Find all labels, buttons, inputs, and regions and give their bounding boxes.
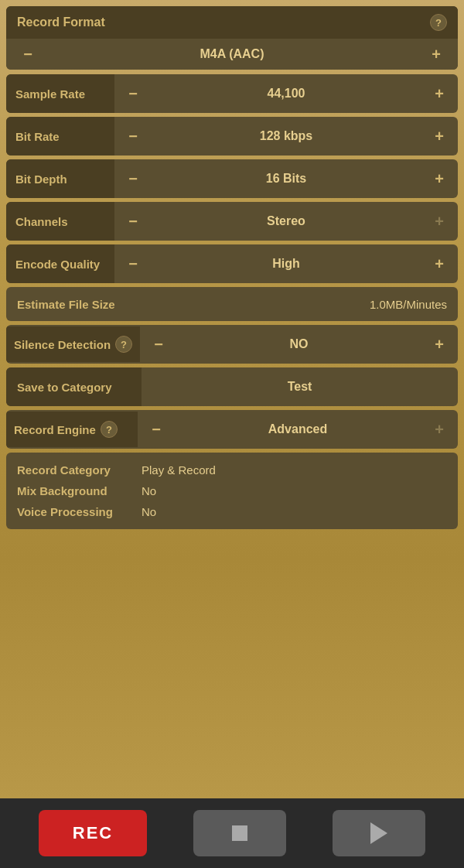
voice-processing-info-row: Voice Processing No xyxy=(17,505,447,518)
info-box: Record Category Play & Record Mix Backgr… xyxy=(6,453,458,529)
bit-depth-controls: − 16 Bits + xyxy=(114,165,458,193)
channels-label: Channels xyxy=(6,202,114,241)
bit-depth-plus-button[interactable]: + xyxy=(428,171,450,186)
stop-button[interactable] xyxy=(193,810,286,856)
play-icon xyxy=(370,822,387,844)
estimate-file-size-row: Estimate File Size 1.0MB/Minutes xyxy=(6,287,458,321)
mix-background-info-row: Mix Background No xyxy=(17,484,447,497)
record-format-title: Record Format xyxy=(17,15,105,29)
silence-detection-row: Silence Detection ? − NO + xyxy=(6,325,458,364)
bottom-toolbar: REC xyxy=(0,798,464,868)
mix-background-key: Mix Background xyxy=(17,484,129,497)
record-engine-controls: − Advanced + xyxy=(138,415,458,445)
save-to-category-label: Save to Category xyxy=(6,367,142,406)
record-format-section: Record Format ? − M4A (AAC) + xyxy=(6,6,458,70)
record-format-plus-button[interactable]: + xyxy=(425,46,447,62)
sample-rate-controls: − 44,100 + xyxy=(114,80,458,108)
sample-rate-label: Sample Rate xyxy=(6,74,114,113)
channels-minus-button[interactable]: − xyxy=(122,214,144,229)
save-to-category-value[interactable]: Test xyxy=(142,380,458,394)
silence-detection-controls: − NO + xyxy=(140,330,458,358)
rec-button[interactable]: REC xyxy=(39,810,147,856)
record-format-value: M4A (AAC) xyxy=(39,47,425,61)
estimate-file-size-value: 1.0MB/Minutes xyxy=(370,298,447,311)
play-button[interactable] xyxy=(333,810,425,856)
bit-rate-label: Bit Rate xyxy=(6,117,114,155)
silence-detection-value: NO xyxy=(169,337,428,351)
silence-detection-plus-button[interactable]: + xyxy=(428,337,450,352)
encode-quality-label: Encode Quality xyxy=(6,244,114,283)
main-content: Record Format ? − M4A (AAC) + Sample Rat… xyxy=(0,0,464,798)
save-to-category-row: Save to Category Test xyxy=(6,367,458,406)
record-format-minus-button[interactable]: − xyxy=(17,46,39,62)
record-engine-value: Advanced xyxy=(167,422,428,436)
record-engine-minus-button[interactable]: − xyxy=(145,422,167,437)
record-engine-label-section: Record Engine ? xyxy=(6,412,138,447)
record-category-value: Play & Record xyxy=(142,463,216,477)
stop-icon xyxy=(232,825,247,841)
format-value-row: − M4A (AAC) + xyxy=(6,39,458,70)
bit-depth-value: 16 Bits xyxy=(144,172,428,186)
bit-depth-row: Bit Depth − 16 Bits + xyxy=(6,159,458,198)
record-format-help-icon[interactable]: ? xyxy=(430,14,447,31)
sample-rate-row: Sample Rate − 44,100 + xyxy=(6,74,458,113)
silence-detection-minus-button[interactable]: − xyxy=(148,337,169,352)
encode-quality-value: High xyxy=(144,257,428,271)
bit-rate-row: Bit Rate − 128 kbps + xyxy=(6,117,458,155)
sample-rate-minus-button[interactable]: − xyxy=(122,86,144,101)
encode-quality-row: Encode Quality − High + xyxy=(6,244,458,283)
channels-row: Channels − Stereo + xyxy=(6,202,458,241)
channels-controls: − Stereo + xyxy=(114,207,458,237)
encode-quality-minus-button[interactable]: − xyxy=(122,256,144,272)
estimate-file-size-label: Estimate File Size xyxy=(17,298,115,311)
silence-detection-help-icon[interactable]: ? xyxy=(115,336,132,353)
record-engine-label: Record Engine xyxy=(14,423,96,436)
encode-quality-plus-button[interactable]: + xyxy=(428,256,450,272)
record-engine-help-icon[interactable]: ? xyxy=(101,421,118,438)
record-format-header: Record Format ? xyxy=(6,6,458,39)
bit-depth-label: Bit Depth xyxy=(6,159,114,198)
bit-rate-minus-button[interactable]: − xyxy=(122,128,144,144)
sample-rate-value: 44,100 xyxy=(144,87,428,101)
record-engine-plus-button[interactable]: + xyxy=(428,421,450,439)
bit-rate-controls: − 128 kbps + xyxy=(114,122,458,150)
record-category-key: Record Category xyxy=(17,463,129,477)
silence-detection-label: Silence Detection xyxy=(14,338,111,351)
bit-rate-plus-button[interactable]: + xyxy=(428,128,450,144)
silence-detection-label-section: Silence Detection ? xyxy=(6,326,140,362)
voice-processing-value: No xyxy=(142,505,156,518)
record-category-info-row: Record Category Play & Record xyxy=(17,463,447,477)
voice-processing-key: Voice Processing xyxy=(17,505,129,518)
record-engine-row: Record Engine ? − Advanced + xyxy=(6,410,458,449)
bit-depth-minus-button[interactable]: − xyxy=(122,171,144,186)
sample-rate-plus-button[interactable]: + xyxy=(428,86,450,101)
encode-quality-controls: − High + xyxy=(114,250,458,278)
channels-value: Stereo xyxy=(144,214,428,228)
bit-rate-value: 128 kbps xyxy=(144,129,428,143)
mix-background-value: No xyxy=(142,484,156,497)
channels-plus-button[interactable]: + xyxy=(428,213,450,231)
